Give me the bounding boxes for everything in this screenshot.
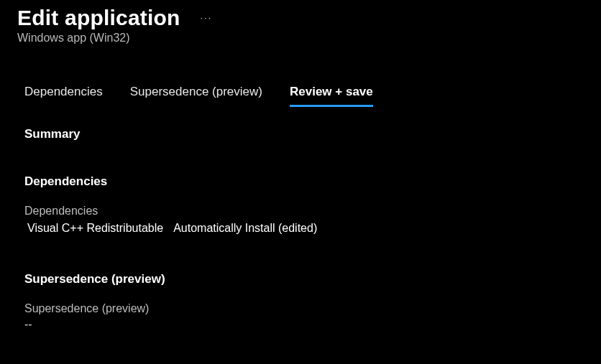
summary-heading: Summary <box>17 127 584 141</box>
tab-review-save[interactable]: Review + save <box>290 85 373 107</box>
supersedence-value: -- <box>17 318 584 331</box>
dependencies-heading: Dependencies <box>17 174 584 189</box>
page-title: Edit application <box>17 6 180 30</box>
more-icon[interactable]: ··· <box>201 12 213 23</box>
page-subtitle: Windows app (Win32) <box>17 32 584 45</box>
supersedence-heading: Supersedence (preview) <box>17 272 584 286</box>
tab-dependencies[interactable]: Dependencies <box>24 85 103 107</box>
dependencies-row: Visual C++ Redistributable Automatically… <box>17 222 584 235</box>
dependencies-label: Dependencies <box>17 205 584 218</box>
supersedence-label: Supersedence (preview) <box>17 302 584 315</box>
dependency-name: Visual C++ Redistributable <box>27 222 163 235</box>
tab-supersedence[interactable]: Supersedence (preview) <box>130 85 262 107</box>
dependency-action: Automatically Install (edited) <box>173 222 317 235</box>
tabs-bar: Dependencies Supersedence (preview) Revi… <box>17 85 584 107</box>
